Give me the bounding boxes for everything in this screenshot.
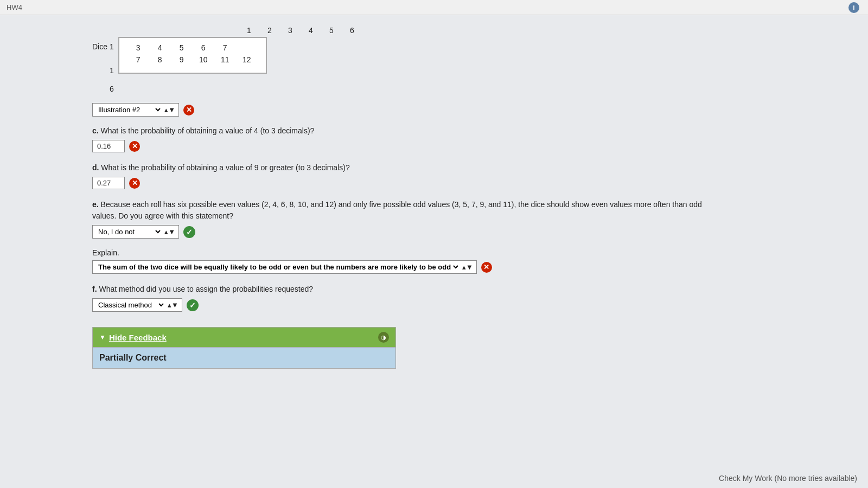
question-c-answer: 0.16: [92, 140, 125, 152]
explain-answer-row: The sum of the two dice will be equally …: [92, 260, 852, 274]
cell-2-3: 9: [171, 55, 192, 64]
cell-1-5: 7: [215, 43, 235, 52]
question-c-block: c. What is the probability of obtaining …: [92, 125, 852, 152]
page-title: HW4: [7, 3, 22, 11]
question-e-dropdown[interactable]: No, I do not Yes, I agree ▴▼: [92, 225, 179, 239]
explain-label: Explain.: [92, 248, 852, 257]
question-c-answer-row: 0.16 ✕: [92, 140, 852, 152]
question-e-block: e. Because each roll has six possible ev…: [92, 199, 852, 239]
question-f-select[interactable]: Classical method Relative frequency Subj…: [96, 300, 165, 310]
page-wrapper: HW4 i 1 2 3 4 5 6 Dice 1 1 6: [0, 0, 868, 488]
explain-wrong-icon[interactable]: ✕: [481, 262, 492, 273]
question-e-answer-row: No, I do not Yes, I agree ▴▼ ✓: [92, 225, 852, 239]
illustration-row: Illustration #2 ▴▼ ✕: [92, 103, 852, 117]
info-icon[interactable]: i: [848, 2, 859, 13]
question-d-answer-row: 0.27 ✕: [92, 177, 852, 189]
feedback-header[interactable]: ▼ Hide Feedback ◑: [93, 328, 395, 347]
top-bar: HW4 i: [0, 0, 868, 15]
chevron-down-icon-e: ▴▼: [164, 228, 175, 236]
dice-row-1: 3 4 5 6 7: [128, 43, 257, 52]
dice-row-2: 7 8 9 10 11 12: [128, 55, 257, 64]
feedback-toggle-button[interactable]: ◑: [378, 332, 389, 343]
question-e-text: e. Because each roll has six possible ev…: [92, 199, 852, 222]
bottom-bar: Check My Work (No more tries available): [708, 468, 868, 488]
question-f-dropdown[interactable]: Classical method Relative frequency Subj…: [92, 298, 182, 312]
explain-dropdown[interactable]: The sum of the two dice will be equally …: [92, 260, 477, 274]
question-e-correct-icon[interactable]: ✓: [183, 226, 195, 238]
question-f-answer-row: Classical method Relative frequency Subj…: [92, 298, 852, 312]
row-labels: 1 6: [110, 66, 114, 93]
illustration-wrong-icon[interactable]: ✕: [183, 105, 194, 115]
dice-label: Dice 1: [92, 42, 114, 51]
question-f-correct-icon[interactable]: ✓: [187, 299, 199, 311]
chevron-down-icon: ▴▼: [164, 106, 175, 114]
col-6: 6: [342, 26, 362, 35]
col-2: 2: [259, 26, 280, 35]
cell-2-4: 10: [193, 55, 214, 64]
cell-1-4: 6: [193, 43, 214, 52]
dice-label-col: Dice 1 1 6: [92, 37, 118, 93]
dice-table-area: Dice 1 1 6 3 4 5 6 7 7 8: [92, 37, 852, 93]
col-5: 5: [321, 26, 342, 35]
explain-block: Explain. The sum of the two dice will be…: [92, 248, 852, 274]
check-work-button[interactable]: Check My Work (No more tries available): [719, 474, 857, 483]
feedback-title: Hide Feedback: [109, 333, 167, 342]
question-c-wrong-icon[interactable]: ✕: [129, 141, 140, 152]
question-d-text: d. What is the probability of obtaining …: [92, 162, 852, 174]
cell-1-1: 3: [128, 43, 149, 52]
cell-1-2: 4: [150, 43, 170, 52]
col-4: 4: [301, 26, 321, 35]
dice-col-headers: 1 2 3 4 5 6: [92, 26, 852, 35]
question-f-block: f. What method did you use to assign the…: [92, 284, 852, 312]
cell-2-1: 7: [128, 55, 149, 64]
illustration-dropdown[interactable]: Illustration #2 ▴▼: [92, 103, 179, 117]
feedback-container: ▼ Hide Feedback ◑ Partially Correct: [92, 327, 396, 369]
partially-correct-label: Partially Correct: [99, 353, 389, 363]
row-label-1: 1: [110, 66, 114, 75]
chevron-down-icon-explain: ▴▼: [462, 263, 473, 271]
cell-1-3: 5: [171, 43, 192, 52]
question-d-block: d. What is the probability of obtaining …: [92, 162, 852, 189]
cell-2-2: 8: [150, 55, 170, 64]
feedback-header-left: ▼ Hide Feedback: [99, 333, 167, 342]
cell-2-5: 11: [215, 55, 235, 64]
question-d-wrong-icon[interactable]: ✕: [129, 178, 140, 189]
question-f-text: f. What method did you use to assign the…: [92, 284, 852, 295]
question-e-select[interactable]: No, I do not Yes, I agree: [96, 227, 162, 236]
col-1: 1: [239, 26, 259, 35]
cell-2-6: 12: [237, 55, 257, 64]
row-label-6: 6: [110, 85, 114, 93]
chevron-down-icon-f: ▴▼: [168, 301, 178, 309]
question-c-text: c. What is the probability of obtaining …: [92, 125, 852, 137]
explain-select[interactable]: The sum of the two dice will be equally …: [96, 262, 460, 272]
dice-grid: 3 4 5 6 7 7 8 9 10 11 12: [118, 37, 267, 74]
main-content: 1 2 3 4 5 6 Dice 1 1 6 3 4 5: [0, 15, 868, 390]
illustration-select[interactable]: Illustration #2: [96, 105, 162, 114]
question-d-answer: 0.27: [92, 177, 125, 189]
triangle-icon: ▼: [99, 333, 106, 341]
col-3: 3: [280, 26, 301, 35]
feedback-body: Partially Correct: [93, 347, 395, 368]
